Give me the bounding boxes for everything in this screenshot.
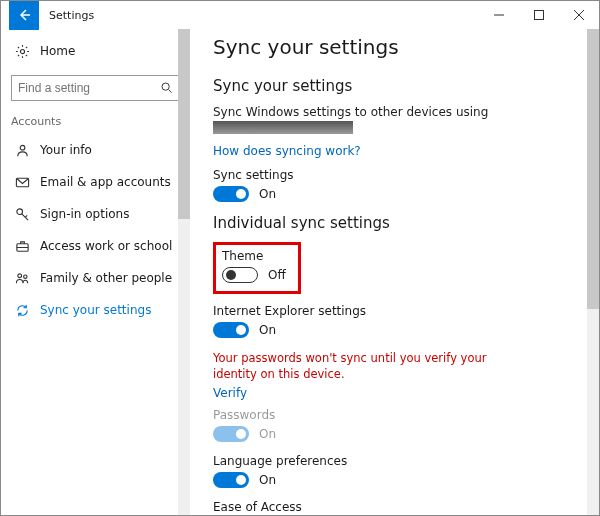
toggle-label: Theme <box>222 249 286 263</box>
passwords-toggle-block: Passwords On <box>213 408 579 442</box>
sidebar-item-label: Access work or school <box>40 239 172 253</box>
sync-icon <box>15 303 30 318</box>
person-icon <box>15 143 30 158</box>
toggle-label: Sync settings <box>213 168 579 182</box>
passwords-toggle <box>213 426 249 442</box>
search-input[interactable] <box>18 81 160 95</box>
svg-point-2 <box>162 83 169 90</box>
toggle-state: On <box>259 187 276 201</box>
highlight-box: Theme Off <box>213 242 301 294</box>
sidebar-item-signin[interactable]: Sign-in options <box>11 198 180 230</box>
section-heading: Sync your settings <box>213 77 579 95</box>
section-label: Accounts <box>11 115 180 128</box>
svg-point-1 <box>20 49 24 53</box>
sync-description: Sync Windows settings to other devices u… <box>213 105 579 119</box>
section-heading: Individual sync settings <box>213 214 579 232</box>
sidebar-item-label: Sync your settings <box>40 303 151 317</box>
toggle-label: Language preferences <box>213 454 579 468</box>
sidebar-item-label: Email & app accounts <box>40 175 171 189</box>
language-toggle-block: Language preferences On <box>213 454 579 488</box>
sidebar-item-your-info[interactable]: Your info <box>11 134 180 166</box>
toggle-label: Ease of Access <box>213 500 579 514</box>
search-icon <box>160 81 173 95</box>
mail-icon <box>15 175 30 190</box>
sidebar-item-family[interactable]: Family & other people <box>11 262 180 294</box>
theme-toggle[interactable] <box>222 267 258 283</box>
sidebar-item-label: Your info <box>40 143 92 157</box>
toggle-state: Off <box>268 268 286 282</box>
main-content: Sync your settings Sync your settings Sy… <box>191 29 599 515</box>
sidebar-item-email[interactable]: Email & app accounts <box>11 166 180 198</box>
toggle-state: On <box>259 323 276 337</box>
toggle-state: On <box>259 427 276 441</box>
close-button[interactable] <box>559 1 599 29</box>
home-nav[interactable]: Home <box>11 35 180 67</box>
sidebar-scrollbar-thumb[interactable] <box>178 29 190 219</box>
people-icon <box>15 271 30 286</box>
ie-toggle[interactable] <box>213 322 249 338</box>
titlebar: Settings <box>1 1 599 29</box>
language-toggle[interactable] <box>213 472 249 488</box>
toggle-label: Internet Explorer settings <box>213 304 579 318</box>
svg-point-9 <box>24 274 27 277</box>
window-controls <box>479 1 599 29</box>
main-scrollbar[interactable] <box>587 29 599 515</box>
back-button[interactable] <box>9 0 39 30</box>
main-scrollbar-thumb[interactable] <box>587 29 599 309</box>
ease-toggle-block: Ease of Access On <box>213 500 579 515</box>
maximize-button[interactable] <box>519 1 559 29</box>
account-name-redacted <box>213 121 353 134</box>
svg-point-3 <box>20 145 25 150</box>
briefcase-icon <box>15 239 30 254</box>
ie-toggle-block: Internet Explorer settings On <box>213 304 579 338</box>
toggle-state: On <box>259 473 276 487</box>
password-warning: Your passwords won't sync until you veri… <box>213 350 533 382</box>
window-title: Settings <box>49 9 94 22</box>
minimize-button[interactable] <box>479 1 519 29</box>
key-icon <box>15 207 30 222</box>
sidebar-item-label: Family & other people <box>40 271 172 285</box>
toggle-label: Passwords <box>213 408 579 422</box>
sidebar-item-sync[interactable]: Sync your settings <box>11 294 180 326</box>
sidebar: Home Accounts Your info Email & app acco… <box>1 29 191 515</box>
page-title: Sync your settings <box>213 35 579 59</box>
how-sync-link[interactable]: How does syncing work? <box>213 144 579 158</box>
svg-rect-0 <box>535 11 544 20</box>
verify-link[interactable]: Verify <box>213 386 579 400</box>
sync-settings-toggle-block: Sync settings On <box>213 168 579 202</box>
svg-point-6 <box>17 208 23 214</box>
theme-toggle-block: Theme Off <box>222 249 286 283</box>
sync-settings-toggle[interactable] <box>213 186 249 202</box>
sidebar-item-work[interactable]: Access work or school <box>11 230 180 262</box>
sidebar-item-label: Sign-in options <box>40 207 129 221</box>
home-label: Home <box>40 44 75 58</box>
svg-point-8 <box>18 273 22 277</box>
sidebar-scrollbar[interactable] <box>178 29 190 515</box>
gear-icon <box>15 44 30 59</box>
search-box[interactable] <box>11 75 180 101</box>
